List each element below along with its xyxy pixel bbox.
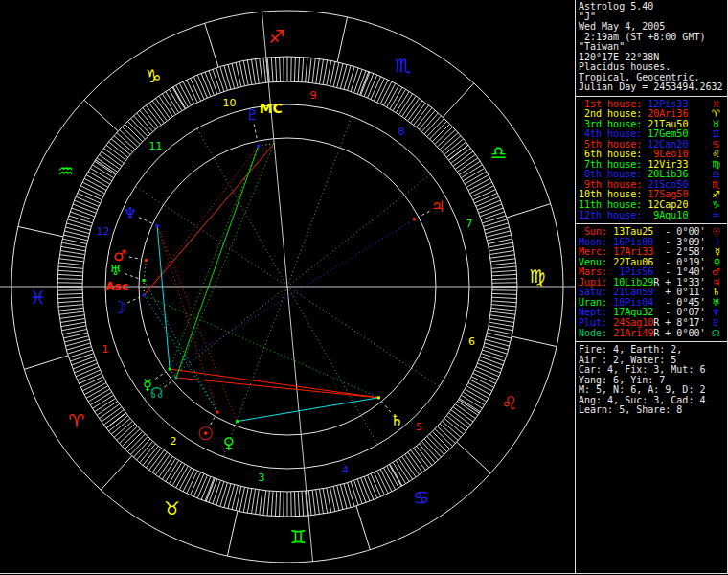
sign-glyph-aquarius: ♒ xyxy=(57,160,74,181)
planet-motion-value: - 3°09' xyxy=(659,237,705,247)
degree-tick xyxy=(302,58,304,82)
degree-tick xyxy=(306,58,307,82)
degree-tick xyxy=(67,347,91,355)
house-number-1: 1 xyxy=(102,343,108,356)
degree-tick xyxy=(489,318,514,322)
house-cusp-line xyxy=(287,174,431,287)
degree-tick xyxy=(60,250,85,254)
degree-tick xyxy=(491,308,516,310)
house-cusp-line xyxy=(197,128,287,287)
degree-tick xyxy=(484,347,508,355)
house-cusp-value: 12Vir33 xyxy=(642,159,688,170)
planet-label: Merc: xyxy=(579,246,607,257)
sign-glyph-gemini: ♊ xyxy=(290,526,307,547)
angle-label-mc: MC xyxy=(260,101,283,116)
house-cusp-ring-segment xyxy=(96,160,117,173)
house-cusp-value: 9Aqu10 xyxy=(642,210,688,220)
degree-tick xyxy=(476,196,499,206)
sign-glyph-libra: ♎ xyxy=(490,142,507,163)
house-cusp-value: 12Can20 xyxy=(642,139,688,150)
house-cusp-line xyxy=(287,287,377,445)
degree-tick xyxy=(125,431,142,448)
degree-tick xyxy=(351,482,358,506)
degree-tick xyxy=(224,65,231,89)
degree-tick xyxy=(323,60,328,85)
planet-label: Moon: xyxy=(579,237,607,247)
planet-label: Venu: xyxy=(579,257,607,267)
house-cusp-line xyxy=(287,287,440,387)
degree-tick xyxy=(344,65,351,89)
degree-tick xyxy=(69,216,93,223)
planet-position-value: 1Pis56 xyxy=(607,266,653,277)
degree-tick xyxy=(59,315,84,319)
degree-tick xyxy=(205,478,214,501)
degree-tick xyxy=(348,483,355,507)
house-cusp-value: 20Ari36 xyxy=(642,108,688,119)
planet-glyph-saturn: ♄ xyxy=(390,411,403,429)
planet-dot-mercury xyxy=(169,368,171,371)
planet-position-value: 22Tau06 xyxy=(607,257,653,267)
degree-tick xyxy=(480,208,503,217)
planet-glyph-jupiter: ♃ xyxy=(431,197,444,216)
degree-tick xyxy=(491,263,516,265)
degree-tick xyxy=(73,360,96,369)
aspect-line-mercury-neptune xyxy=(157,226,170,369)
degree-tick xyxy=(216,68,224,92)
degree-tick xyxy=(271,58,273,82)
planet-label: Node: xyxy=(579,328,607,338)
sign-boundary-line xyxy=(443,83,473,117)
aspect-line-mercury-pluto xyxy=(170,146,259,369)
house-label: 3rd house: xyxy=(579,119,642,129)
element-stats: Fire: 4, Earth: 2,Air : 2, Water: 5Car: … xyxy=(576,343,727,418)
stats-line: Car: 4, Fix: 3, Mut: 6 xyxy=(579,365,727,376)
divider xyxy=(576,223,727,224)
degree-tick xyxy=(316,490,320,515)
planet-glyph-sun: ☉ xyxy=(197,423,214,444)
degree-tick xyxy=(275,57,276,81)
planet-glyph-moon: ☽ xyxy=(111,297,126,317)
degree-tick xyxy=(57,293,82,294)
planet-glyph-neptune: ♆ xyxy=(124,204,137,222)
degree-tick xyxy=(197,75,207,98)
house-label: 1st house: xyxy=(579,99,642,109)
node-icon: ☊ xyxy=(712,329,720,339)
planet-motion-value: - 0°19' xyxy=(659,257,705,267)
house-cusp-value: 9Leo10 xyxy=(642,149,688,159)
house-cusp-value: 20Lib36 xyxy=(642,169,688,179)
degree-tick xyxy=(70,212,94,219)
planet-dot-jupiter xyxy=(413,218,416,220)
degree-tick xyxy=(319,489,323,514)
planet-motion-value: - 0°00' xyxy=(659,226,705,237)
planet-label: Jupi: xyxy=(579,277,607,288)
planet-pointer-uranus xyxy=(125,274,139,279)
planet-label: Sun: xyxy=(579,226,607,237)
degree-tick xyxy=(69,350,93,357)
sign-boundary-line xyxy=(457,442,490,472)
degree-tick xyxy=(361,72,370,95)
degree-tick xyxy=(205,72,214,95)
degree-tick xyxy=(280,57,281,81)
degree-tick xyxy=(312,58,315,83)
header-line: Placidus houses. xyxy=(579,62,727,73)
degree-tick xyxy=(224,484,231,508)
planet-position-value: 16Pis00 xyxy=(607,237,653,247)
house-label: 12th house: xyxy=(579,210,642,220)
planet-glyph-venus: ♀ xyxy=(223,434,235,452)
planet-dot-venus xyxy=(236,420,239,423)
window-bottom-border xyxy=(0,573,728,574)
house-cusp-value: 12Pis33 xyxy=(642,99,688,109)
house-number-12: 12 xyxy=(96,225,109,238)
planet-pointer-mars xyxy=(129,257,142,259)
stats-line: M: 5, N: 6, A: 9, D: 2 xyxy=(579,385,727,396)
sign-boundary-line xyxy=(84,100,118,130)
house-number-9: 9 xyxy=(309,89,316,102)
planet-dot-node xyxy=(174,376,177,379)
degree-tick xyxy=(491,266,516,268)
degree-tick xyxy=(483,216,507,223)
sign-boundary-line xyxy=(512,336,557,346)
house-cusp-ring-segment xyxy=(459,400,480,413)
degree-tick xyxy=(76,367,99,377)
sign-glyph-leo: ♌ xyxy=(501,392,517,413)
aquarius-icon: ♒ xyxy=(712,211,720,221)
degree-tick xyxy=(364,73,374,96)
